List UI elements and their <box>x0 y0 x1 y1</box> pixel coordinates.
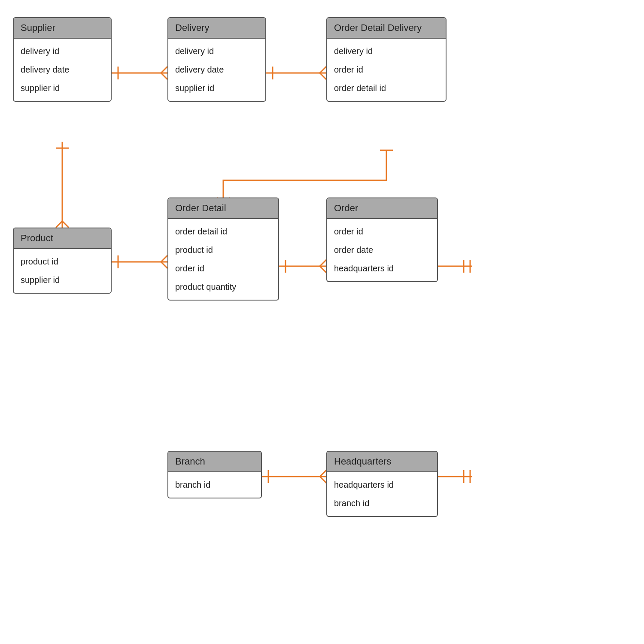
entity-product: Product product id supplier id <box>13 228 112 294</box>
entity-order-detail-header: Order Detail <box>168 198 278 219</box>
field-supplier-3: supplier id <box>14 79 111 97</box>
field-od-2: product id <box>168 241 278 259</box>
entity-headquarters-header: Headquarters <box>327 452 437 472</box>
field-supplier-1: delivery id <box>14 42 111 61</box>
field-odd-1: delivery id <box>327 42 446 61</box>
entity-order-detail: Order Detail order detail id product id … <box>167 197 279 301</box>
svg-line-12 <box>56 221 62 228</box>
entity-branch-body: branch id <box>168 472 261 498</box>
field-branch-1: branch id <box>168 476 261 494</box>
svg-line-18 <box>161 262 167 268</box>
svg-line-28 <box>320 470 326 477</box>
svg-line-29 <box>320 477 326 483</box>
entity-delivery: Delivery delivery id delivery date suppl… <box>167 17 266 102</box>
entity-order-header: Order <box>327 198 437 219</box>
field-od-1: order detail id <box>168 222 278 241</box>
field-delivery-3: supplier id <box>168 79 265 97</box>
diagram-canvas: Supplier delivery id delivery date suppl… <box>0 0 644 644</box>
svg-line-13 <box>62 221 69 228</box>
entity-supplier: Supplier delivery id delivery date suppl… <box>13 17 112 102</box>
entity-order-detail-delivery-header: Order Detail Delivery <box>327 18 446 39</box>
field-odd-3: order detail id <box>327 79 446 97</box>
entity-supplier-header: Supplier <box>14 18 111 39</box>
svg-line-21 <box>320 266 326 273</box>
entity-delivery-header: Delivery <box>168 18 265 39</box>
entity-order-detail-delivery-body: delivery id order id order detail id <box>327 39 446 101</box>
field-order-2: order date <box>327 241 437 259</box>
field-delivery-2: delivery date <box>168 61 265 79</box>
entity-order: Order order id order date headquarters i… <box>326 197 438 282</box>
field-order-3: headquarters id <box>327 259 437 278</box>
entity-headquarters-body: headquarters id branch id <box>327 472 437 516</box>
entity-order-detail-body: order detail id product id order id prod… <box>168 219 278 300</box>
field-hq-1: headquarters id <box>327 476 437 494</box>
entity-order-body: order id order date headquarters id <box>327 219 437 281</box>
entity-supplier-body: delivery id delivery date supplier id <box>14 39 111 101</box>
entity-product-header: Product <box>14 228 111 249</box>
field-product-2: supplier id <box>14 271 111 289</box>
field-odd-2: order id <box>327 61 446 79</box>
field-od-3: order id <box>168 259 278 278</box>
svg-line-1 <box>161 67 167 73</box>
field-od-4: product quantity <box>168 278 278 296</box>
field-order-1: order id <box>327 222 437 241</box>
entity-branch: Branch branch id <box>167 451 262 498</box>
field-hq-2: branch id <box>327 494 437 513</box>
entity-order-detail-delivery: Order Detail Delivery delivery id order … <box>326 17 447 102</box>
svg-line-17 <box>161 255 167 262</box>
svg-line-20 <box>320 260 326 266</box>
svg-line-6 <box>320 73 326 79</box>
entity-headquarters: Headquarters headquarters id branch id <box>326 451 438 517</box>
entity-product-body: product id supplier id <box>14 249 111 293</box>
svg-line-5 <box>320 67 326 73</box>
entity-delivery-body: delivery id delivery date supplier id <box>168 39 265 101</box>
field-product-1: product id <box>14 252 111 271</box>
svg-line-2 <box>161 73 167 79</box>
field-supplier-2: delivery date <box>14 61 111 79</box>
entity-branch-header: Branch <box>168 452 261 472</box>
field-delivery-1: delivery id <box>168 42 265 61</box>
